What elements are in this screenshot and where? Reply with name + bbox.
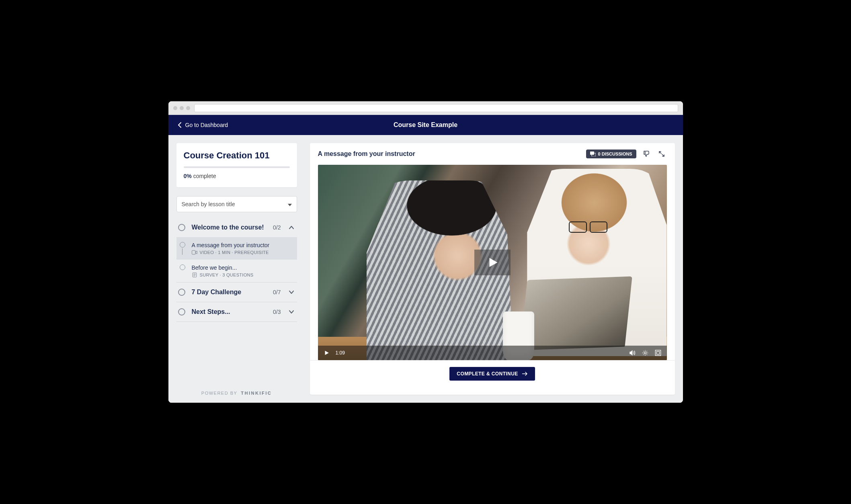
- progress-bar: [184, 166, 290, 168]
- expand-icon: [658, 151, 665, 157]
- chapter-title: Next Steps...: [192, 308, 267, 316]
- url-bar[interactable]: [194, 104, 678, 112]
- course-title: Course Creation 101: [184, 150, 290, 161]
- chapter-toggle[interactable]: Welcome to the course! 0/2: [176, 218, 297, 237]
- lesson-marker: [179, 242, 186, 255]
- search-placeholder: Search by lesson title: [182, 201, 235, 207]
- discussions-button[interactable]: 0 DISCUSSIONS: [586, 150, 636, 158]
- discussions-icon: [590, 152, 596, 156]
- chevron-up-icon: [287, 223, 295, 232]
- svg-rect-8: [655, 350, 660, 355]
- progress-text: 0% complete: [184, 173, 290, 179]
- chapter: 7 Day Challenge 0/7: [176, 283, 297, 302]
- lesson-header: A message from your instructor 0 DISCUSS…: [310, 143, 675, 165]
- gear-icon: [642, 350, 648, 356]
- lesson-body: Before we begin... SURVEY · 3 QUESTIONS: [192, 264, 294, 277]
- lesson-header-title: A message from your instructor: [318, 150, 581, 158]
- back-link-label: Go to Dashboard: [185, 122, 228, 128]
- window-controls[interactable]: [173, 106, 190, 110]
- app-body: Course Creation 101 0% complete Search b…: [168, 135, 683, 403]
- chapter-toggle[interactable]: 7 Day Challenge 0/7: [176, 283, 297, 302]
- survey-icon: [192, 272, 197, 277]
- close-window-icon[interactable]: [173, 106, 177, 110]
- lesson-title: Before we begin...: [192, 264, 294, 271]
- lesson-meta-text: SURVEY · 3 QUESTIONS: [200, 272, 254, 277]
- svg-rect-9: [656, 351, 659, 354]
- chapter-toggle[interactable]: Next Steps... 0/3: [176, 302, 297, 322]
- main-content: A message from your instructor 0 DISCUSS…: [305, 135, 683, 403]
- settings-button[interactable]: [642, 350, 648, 356]
- sidebar: Course Creation 101 0% complete Search b…: [168, 135, 305, 403]
- course-progress-card: Course Creation 101 0% complete: [176, 143, 297, 187]
- browser-frame: Go to Dashboard Course Site Example Cour…: [168, 101, 683, 403]
- maximize-window-icon[interactable]: [186, 106, 190, 110]
- lesson-search-dropdown[interactable]: Search by lesson title: [176, 196, 297, 212]
- powered-by: POWERED BY THINKIFIC: [176, 383, 297, 403]
- chapter-count: 0/3: [273, 309, 281, 315]
- play-overlay-button[interactable]: [474, 250, 511, 275]
- progress-ring-icon: [178, 308, 185, 316]
- connector-line: [182, 248, 183, 255]
- chapter-title: Welcome to the course!: [192, 224, 267, 231]
- lesson-item[interactable]: A message from your instructor VIDEO · 1…: [176, 237, 297, 260]
- play-icon: [486, 256, 498, 268]
- video-time: 1:09: [336, 350, 345, 356]
- progress-ring-icon: [178, 289, 185, 296]
- fullscreen-icon: [655, 350, 661, 356]
- video-controls: 1:09: [318, 346, 667, 360]
- volume-button[interactable]: [629, 350, 636, 356]
- lesson-item[interactable]: Before we begin... SURVEY · 3 QUESTIONS: [176, 260, 297, 282]
- svg-rect-0: [192, 250, 195, 254]
- chevron-down-icon: [287, 288, 295, 296]
- chapter-count: 0/7: [273, 289, 281, 295]
- play-icon: [324, 350, 329, 356]
- complete-label: COMPLETE & CONTINUE: [457, 371, 518, 377]
- video-icon: [192, 250, 197, 255]
- progress-ring-icon: [180, 242, 185, 248]
- svg-point-7: [644, 352, 646, 354]
- lesson-title: A message from your instructor: [192, 242, 294, 248]
- lesson-panel: A message from your instructor 0 DISCUSS…: [310, 143, 675, 395]
- lesson-list: A message from your instructor VIDEO · 1…: [176, 237, 297, 282]
- scene-laptop: [520, 276, 632, 350]
- scene-glasses: [569, 221, 607, 231]
- progress-percent: 0%: [184, 173, 192, 179]
- top-nav: Go to Dashboard Course Site Example: [168, 115, 683, 135]
- lesson-body: A message from your instructor VIDEO · 1…: [192, 242, 294, 255]
- powered-prefix: POWERED BY: [201, 391, 237, 395]
- lesson-meta: VIDEO · 1 MIN · PREREQUISITE: [192, 250, 294, 255]
- volume-icon: [629, 350, 636, 356]
- arrow-right-icon: [522, 372, 528, 376]
- thumbs-down-button[interactable]: [641, 149, 652, 159]
- site-title: Course Site Example: [394, 121, 457, 129]
- expand-button[interactable]: [656, 149, 667, 159]
- caret-down-icon: [288, 201, 292, 207]
- thumbs-down-icon: [643, 150, 650, 158]
- lesson-meta: SURVEY · 3 QUESTIONS: [192, 272, 294, 277]
- lesson-meta-text: VIDEO · 1 MIN · PREREQUISITE: [200, 250, 269, 255]
- video-play-button[interactable]: [324, 350, 329, 356]
- complete-continue-button[interactable]: COMPLETE & CONTINUE: [449, 367, 535, 381]
- progress-suffix: complete: [193, 173, 216, 179]
- video-container: 1:09: [310, 165, 675, 360]
- powered-brand: THINKIFIC: [241, 391, 272, 395]
- back-to-dashboard-link[interactable]: Go to Dashboard: [178, 122, 228, 128]
- progress-ring-icon: [180, 264, 185, 270]
- lesson-footer: COMPLETE & CONTINUE: [310, 360, 675, 387]
- chapter-list: Welcome to the course! 0/2: [176, 218, 297, 322]
- chapter: Next Steps... 0/3: [176, 302, 297, 322]
- lesson-marker: [179, 264, 186, 277]
- chapter-title: 7 Day Challenge: [192, 289, 267, 296]
- minimize-window-icon[interactable]: [180, 106, 184, 110]
- chapter: Welcome to the course! 0/2: [176, 218, 297, 283]
- chevron-left-icon: [178, 122, 181, 128]
- progress-ring-icon: [178, 224, 185, 231]
- browser-chrome: [168, 101, 683, 115]
- fullscreen-button[interactable]: [655, 350, 661, 356]
- discussions-label: 0 DISCUSSIONS: [598, 152, 632, 156]
- video-player[interactable]: 1:09: [318, 165, 667, 360]
- chevron-down-icon: [287, 308, 295, 316]
- chapter-count: 0/2: [273, 224, 281, 231]
